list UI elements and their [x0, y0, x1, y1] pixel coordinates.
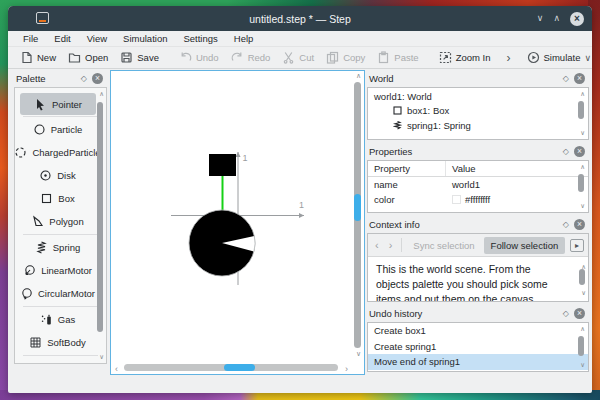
float-panel-icon[interactable]: ◇: [563, 309, 569, 318]
scroll-up-icon[interactable]: ∧: [580, 163, 585, 171]
simulate-button[interactable]: Simulate ∨: [521, 49, 598, 66]
menu-simulation[interactable]: Simulation: [116, 32, 174, 45]
canvas-vertical-scrollbar[interactable]: [354, 82, 361, 348]
palette-item-disk[interactable]: Disk: [19, 164, 96, 187]
palette-scroll-up-icon[interactable]: ∧: [99, 90, 104, 98]
float-panel-icon[interactable]: ◇: [563, 147, 569, 156]
x-axis-tick-label: 1: [299, 200, 304, 210]
gas-icon: [40, 313, 53, 326]
open-folder-icon: [68, 51, 81, 64]
float-panel-icon[interactable]: ◇: [81, 74, 87, 83]
minimize-icon[interactable]: ∨: [537, 14, 544, 23]
property-row-name[interactable]: name world1: [368, 177, 588, 192]
titlebar[interactable]: untitled.step * — Step ∨ ∧ ×: [8, 6, 592, 31]
tree-item-world1[interactable]: world1: World: [368, 88, 588, 103]
sync-selection-button[interactable]: Sync selection: [408, 238, 479, 253]
palette-item-spring[interactable]: Spring: [19, 236, 96, 259]
context-scrollbar[interactable]: [579, 269, 585, 285]
close-panel-icon[interactable]: ×: [574, 73, 585, 84]
context-panel-header[interactable]: Context info ◇ ×: [367, 216, 589, 233]
close-panel-icon[interactable]: ×: [574, 308, 585, 319]
palette-item-chargedparticle[interactable]: ChargedParticle: [19, 141, 96, 164]
open-in-browser-icon[interactable]: ▸: [570, 239, 584, 252]
palette-item-pointer[interactable]: Pointer: [20, 93, 96, 115]
palette-item-linearmotor[interactable]: LinearMotor: [19, 259, 96, 282]
palette-item-polygon[interactable]: Polygon: [19, 210, 96, 233]
menu-file[interactable]: File: [16, 32, 45, 45]
close-panel-icon[interactable]: ×: [574, 146, 585, 157]
properties-panel-header[interactable]: Properties ◇ ×: [367, 143, 589, 160]
scroll-down-icon[interactable]: ∨: [581, 285, 586, 300]
column-value[interactable]: Value: [446, 163, 588, 174]
world-panel-header[interactable]: World ◇ ×: [367, 70, 589, 87]
canvas-horizontal-scrollbar[interactable]: [124, 364, 338, 371]
palette-scroll-down-icon[interactable]: ∨: [99, 353, 104, 361]
canvas-scroll-right-icon[interactable]: ›: [345, 364, 348, 374]
palette-header[interactable]: Palette ◇ ×: [14, 70, 107, 87]
toolbar-separator: [401, 238, 402, 252]
scroll-down-icon[interactable]: ∨: [580, 129, 585, 137]
close-icon[interactable]: ×: [570, 12, 584, 26]
menu-edit[interactable]: Edit: [47, 32, 77, 45]
x-axis-arrow: [299, 213, 304, 218]
palette-item-particle[interactable]: Particle: [19, 118, 96, 141]
new-button[interactable]: New: [14, 49, 62, 66]
palette-scrollbar[interactable]: [97, 102, 103, 332]
palette-item-gas[interactable]: Gas: [19, 308, 96, 331]
zoom-in-button[interactable]: Zoom In: [433, 49, 497, 66]
undo-item-move-end-of-spring1[interactable]: Move end of spring1: [368, 354, 588, 370]
palette-body: Pointer Particle ChargedParticle Disk: [14, 87, 107, 364]
tree-item-spring1[interactable]: spring1: Spring: [368, 118, 588, 133]
canvas-horizontal-thumb[interactable]: [224, 364, 255, 371]
world-scrollbar[interactable]: [578, 101, 584, 119]
menu-help[interactable]: Help: [227, 32, 261, 45]
canvas-scroll-up-icon[interactable]: ∧: [356, 72, 361, 80]
scroll-up-icon[interactable]: ∧: [580, 90, 585, 98]
canvas-vertical-thumb[interactable]: [354, 194, 361, 221]
undo-panel-header[interactable]: Undo history ◇ ×: [367, 305, 589, 322]
scene-canvas[interactable]: 1 1 ∧ ∨ ‹ ›: [110, 70, 365, 375]
back-icon[interactable]: ‹: [372, 239, 382, 251]
cut-button[interactable]: Cut: [276, 49, 320, 66]
menu-view[interactable]: View: [80, 32, 114, 45]
scroll-down-icon[interactable]: ∨: [580, 361, 585, 369]
palette-item-circularmotor[interactable]: CircularMotor: [19, 282, 96, 305]
column-property[interactable]: Property: [368, 161, 446, 176]
context-help-text: This is the world scene. From the object…: [368, 256, 588, 302]
follow-selection-button[interactable]: Follow selection: [484, 237, 566, 254]
float-panel-icon[interactable]: ◇: [563, 74, 569, 83]
paste-button[interactable]: Paste: [371, 49, 424, 66]
menu-settings[interactable]: Settings: [176, 32, 224, 45]
close-panel-icon[interactable]: ×: [92, 73, 103, 84]
canvas-scroll-down-icon[interactable]: ∨: [356, 350, 361, 358]
palette-item-box[interactable]: Box: [19, 187, 96, 210]
properties-scrollbar[interactable]: [578, 174, 584, 192]
world-tree: world1: World box1: Box spring1: Spring …: [367, 87, 589, 140]
scroll-up-icon[interactable]: ∧: [580, 325, 585, 333]
toolbar-overflow-icon[interactable]: ›: [497, 51, 521, 65]
undo-history-panel: Undo history ◇ × Create box1 Create spri…: [367, 305, 589, 372]
canvas-scroll-left-icon[interactable]: ‹: [115, 364, 118, 374]
undo-item-create-spring1[interactable]: Create spring1: [368, 339, 588, 355]
palette-item-softbody[interactable]: SoftBody: [19, 331, 96, 354]
float-panel-icon[interactable]: ◇: [563, 220, 569, 229]
copy-button[interactable]: Copy: [320, 49, 371, 66]
box1-shape[interactable]: [209, 154, 236, 176]
save-button[interactable]: Save: [114, 49, 165, 66]
close-panel-icon[interactable]: ×: [574, 219, 585, 230]
property-row-color[interactable]: color #ffffffff: [368, 192, 588, 207]
world-panel: World ◇ × world1: World box1: Box spring…: [367, 70, 589, 140]
open-button[interactable]: Open: [62, 49, 114, 66]
undo-scrollbar[interactable]: [578, 336, 584, 356]
undo-button[interactable]: Undo: [173, 49, 225, 66]
redo-button[interactable]: Redo: [225, 49, 277, 66]
palette-item-weightforce[interactable]: WeightForce: [19, 357, 96, 364]
maximize-icon[interactable]: ∧: [553, 14, 560, 23]
scroll-down-icon[interactable]: ∨: [580, 202, 585, 210]
tree-item-box1[interactable]: box1: Box: [368, 103, 588, 118]
context-panel-title: Context info: [369, 219, 563, 230]
undo-item-create-box1[interactable]: Create box1: [368, 323, 588, 339]
undo-panel-title: Undo history: [369, 308, 563, 319]
simulate-dropdown-icon[interactable]: ∨: [584, 53, 591, 63]
forward-icon[interactable]: ›: [386, 239, 396, 251]
